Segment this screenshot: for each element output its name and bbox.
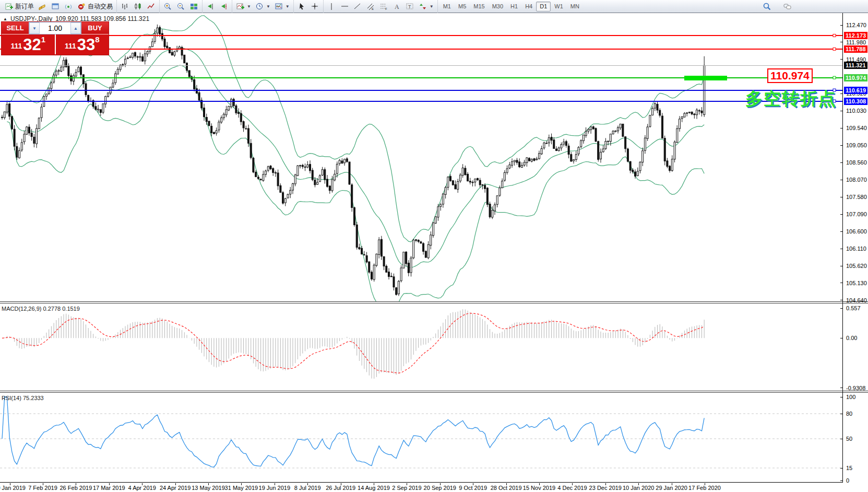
- rsi-pane[interactable]: [0, 393, 842, 482]
- candle-body: [635, 172, 636, 176]
- timeframe-m30[interactable]: M30: [489, 2, 507, 11]
- fibonacci-icon[interactable]: F: [377, 1, 390, 12]
- auto-trading-button[interactable]: 自动交易: [75, 1, 115, 12]
- volume-input[interactable]: 1.00: [40, 22, 70, 34]
- candle-body: [615, 131, 616, 132]
- candle-body: [625, 137, 626, 149]
- candle-body: [435, 217, 436, 223]
- highlight-bar[interactable]: [684, 76, 727, 80]
- candle-body: [80, 67, 82, 75]
- text-icon[interactable]: A: [390, 1, 403, 12]
- dropdown-caret-icon[interactable]: ▼: [247, 4, 251, 9]
- timeframe-w1[interactable]: W1: [551, 2, 567, 11]
- tile-windows-icon[interactable]: [187, 1, 200, 12]
- trendline-icon[interactable]: [351, 1, 364, 12]
- candle-body: [664, 138, 665, 161]
- timeframe-m5[interactable]: M5: [455, 2, 470, 11]
- candle-body: [346, 159, 348, 162]
- line-chart-icon[interactable]: [145, 1, 158, 12]
- periods-icon[interactable]: ▼: [253, 1, 272, 12]
- candle-body: [63, 60, 65, 67]
- chat-icon[interactable]: [781, 1, 794, 12]
- axis-tick: [840, 283, 843, 283]
- candle-body: [437, 207, 439, 217]
- signals-icon[interactable]: [62, 1, 75, 12]
- timeframe-d1[interactable]: D1: [536, 2, 551, 11]
- timeframe-h1[interactable]: H1: [507, 2, 521, 11]
- timeframe-h4[interactable]: H4: [521, 2, 536, 11]
- candle-body: [265, 171, 267, 174]
- candle-body: [608, 141, 609, 142]
- chart-shift-icon[interactable]: [217, 1, 230, 12]
- date-label: 4 Apr 2019: [128, 485, 156, 491]
- candle-body: [167, 46, 168, 48]
- candle-body: [413, 240, 414, 258]
- crosshair-icon[interactable]: [308, 1, 322, 12]
- candle-body: [142, 57, 144, 62]
- price-chart[interactable]: [0, 13, 842, 301]
- buy-price-pips: 33: [77, 37, 95, 53]
- bar-chart-icon[interactable]: [118, 1, 132, 12]
- macd-pane[interactable]: [0, 304, 842, 391]
- pane-separator[interactable]: [0, 391, 868, 393]
- candle-body: [662, 116, 663, 138]
- candle-body: [317, 182, 318, 184]
- volume-up-button[interactable]: ▲: [70, 22, 81, 34]
- candle-body: [539, 154, 540, 159]
- candle-body: [68, 66, 69, 76]
- zoom-out-icon[interactable]: [174, 1, 187, 12]
- timeframe-m1[interactable]: M1: [439, 2, 455, 11]
- zoom-in-icon[interactable]: [161, 1, 174, 12]
- turning-point-note[interactable]: 多空转折点: [745, 90, 837, 108]
- search-icon[interactable]: [760, 1, 774, 12]
- line-handle[interactable]: [833, 76, 836, 79]
- candle-body: [198, 92, 200, 100]
- sell-price[interactable]: 111 32 1: [2, 34, 56, 54]
- buy-button[interactable]: BUY: [81, 22, 109, 34]
- pane-separator[interactable]: [0, 301, 868, 303]
- dropdown-caret-icon[interactable]: ▼: [286, 4, 290, 9]
- dropdown-caret-icon[interactable]: ▼: [430, 4, 434, 9]
- candle-body: [551, 137, 552, 140]
- line-handle[interactable]: [833, 34, 836, 37]
- vertical-line-icon[interactable]: [325, 1, 338, 12]
- arrows-icon[interactable]: ▼: [417, 1, 436, 12]
- candle-body: [541, 149, 542, 154]
- timeframe-m15[interactable]: M15: [470, 2, 488, 11]
- candle-body: [9, 104, 10, 116]
- new-order-button[interactable]: 新订单: [3, 1, 36, 12]
- axis-tick: [840, 93, 843, 94]
- candlestick-icon[interactable]: [132, 1, 145, 12]
- volume-down-button[interactable]: ▼: [29, 22, 40, 34]
- candle-body: [474, 179, 476, 182]
- line-handle[interactable]: [833, 48, 836, 50]
- date-label: 26 Jul 2019: [326, 485, 355, 491]
- buy-price[interactable]: 111 33 8: [56, 34, 109, 54]
- indicators-icon[interactable]: ▼: [234, 1, 253, 12]
- candle-body: [19, 150, 20, 158]
- timeframe-mn[interactable]: MN: [567, 2, 583, 11]
- templates-icon[interactable]: ▼: [272, 1, 292, 12]
- candle-body: [48, 88, 50, 93]
- candle-body: [698, 111, 700, 111]
- label-icon[interactable]: T: [403, 1, 417, 12]
- data-window-icon[interactable]: [49, 1, 62, 12]
- channel-icon[interactable]: E: [364, 1, 377, 12]
- candle-body: [137, 57, 138, 57]
- sell-button[interactable]: SELL: [2, 22, 29, 34]
- price-callout[interactable]: 110.974: [767, 68, 813, 83]
- candle-body: [688, 112, 690, 113]
- dropdown-caret-icon[interactable]: ▼: [266, 4, 270, 9]
- auto-scroll-icon[interactable]: [204, 1, 217, 12]
- profiles-icon[interactable]: [36, 1, 49, 12]
- candle-body: [282, 193, 284, 203]
- candle-body: [341, 161, 343, 163]
- horizontal-line-icon[interactable]: [338, 1, 351, 12]
- candle-body: [211, 126, 212, 133]
- axis-tick: [840, 197, 843, 197]
- candle-body: [526, 158, 528, 163]
- candle-body: [556, 149, 557, 150]
- cursor-icon[interactable]: [295, 1, 308, 12]
- candle-body: [179, 47, 180, 49]
- candle-body: [499, 188, 501, 195]
